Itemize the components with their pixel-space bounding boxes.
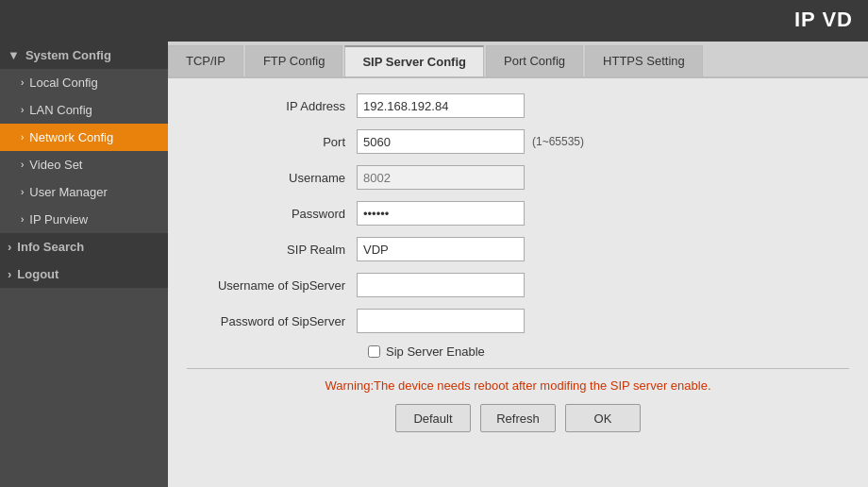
password-sipserver-label: Password of SipServer (187, 314, 357, 328)
sub-arrow-icon: › (21, 105, 24, 115)
page-header: IP VD (0, 0, 868, 42)
sub-arrow-icon: › (21, 160, 24, 170)
form-area: IP Address Port (1~65535) Username Passw… (168, 78, 868, 487)
default-button[interactable]: Default (395, 404, 471, 432)
button-row: Default Refresh OK (187, 404, 849, 432)
password-label: Password (187, 207, 357, 221)
sip-server-enable-row: Sip Server Enable (368, 344, 849, 359)
sip-realm-row: SIP Realm (187, 237, 849, 261)
password-sipserver-row: Password of SipServer (187, 309, 849, 333)
sip-realm-label: SIP Realm (187, 243, 357, 257)
sidebar-item-video-set[interactable]: › Video Set (0, 151, 168, 178)
sidebar-item-local-config[interactable]: › Local Config (0, 69, 168, 96)
port-label: Port (187, 135, 357, 149)
sidebar-user-manager-label: User Manager (29, 185, 107, 199)
sub-arrow-icon: › (21, 214, 24, 225)
username-label: Username (187, 171, 357, 185)
username-sipserver-input[interactable] (357, 273, 525, 297)
arrow-icon: › (8, 240, 11, 254)
sub-arrow-icon: › (21, 187, 24, 197)
sidebar-item-user-manager[interactable]: › User Manager (0, 178, 168, 206)
tab-bar: TCP/IP FTP Config SIP Server Config Port… (168, 42, 868, 78)
tab-https-setting[interactable]: HTTPS Setting (585, 45, 703, 76)
sidebar-network-config-label: Network Config (29, 130, 113, 144)
port-hint: (1~65535) (532, 135, 584, 148)
sidebar-video-set-label: Video Set (29, 158, 82, 172)
refresh-button[interactable]: Refresh (480, 404, 556, 432)
sidebar-local-config-label: Local Config (29, 76, 97, 90)
sidebar-logout-label: Logout (17, 267, 58, 281)
sidebar-lan-config-label: LAN Config (29, 103, 92, 117)
sidebar-system-config-label: System Config (25, 48, 111, 62)
separator (187, 368, 849, 369)
sidebar-item-network-config[interactable]: › Network Config (0, 124, 168, 151)
sidebar-item-info-search[interactable]: › Info Search (0, 233, 168, 260)
port-input[interactable] (357, 129, 525, 154)
tab-sip-server-config[interactable]: SIP Server Config (344, 45, 484, 76)
password-sipserver-input[interactable] (357, 309, 525, 333)
ip-address-input[interactable] (357, 93, 525, 118)
sip-realm-input[interactable] (357, 237, 525, 261)
warning-text: Warning:The device needs reboot after mo… (187, 378, 849, 393)
ip-address-label: IP Address (187, 99, 357, 113)
sidebar-ip-purview-label: IP Purview (29, 212, 88, 227)
arrow-icon: › (8, 267, 11, 281)
sidebar-item-lan-config[interactable]: › LAN Config (0, 96, 168, 124)
tab-ftp-config[interactable]: FTP Config (245, 45, 343, 76)
username-sipserver-row: Username of SipServer (187, 273, 849, 297)
sidebar-section-system-config[interactable]: ▼ System Config (0, 42, 168, 69)
page-title: IP VD (794, 8, 853, 31)
username-sipserver-label: Username of SipServer (187, 278, 357, 293)
sidebar-item-ip-purview[interactable]: › IP Purview (0, 206, 168, 233)
sip-server-enable-checkbox[interactable] (368, 345, 380, 358)
tab-tcpip[interactable]: TCP/IP (168, 45, 243, 76)
sub-arrow-icon: › (21, 132, 24, 143)
password-row: Password (187, 201, 849, 226)
sub-arrow-icon: › (21, 77, 24, 88)
sidebar: ▼ System Config › Local Config › LAN Con… (0, 42, 168, 487)
arrow-icon: ▼ (8, 48, 20, 62)
content-area: TCP/IP FTP Config SIP Server Config Port… (168, 42, 868, 487)
sidebar-info-search-label: Info Search (17, 240, 84, 254)
password-input[interactable] (357, 201, 525, 226)
username-row: Username (187, 165, 849, 190)
ip-address-row: IP Address (187, 93, 849, 118)
sip-server-enable-label: Sip Server Enable (386, 344, 485, 359)
sidebar-item-logout[interactable]: › Logout (0, 260, 168, 288)
port-row: Port (1~65535) (187, 129, 849, 154)
ok-button[interactable]: OK (565, 404, 641, 432)
tab-port-config[interactable]: Port Config (486, 45, 583, 76)
username-input[interactable] (357, 165, 525, 190)
